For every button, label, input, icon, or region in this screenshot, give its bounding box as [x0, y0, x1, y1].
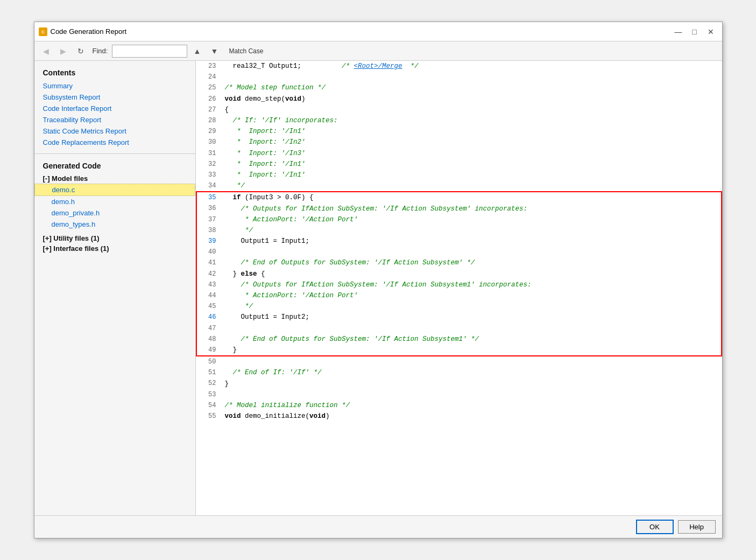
line-number-42: 42: [196, 269, 221, 279]
line-content-38: */: [221, 225, 722, 236]
code-line-32: 32 * Inport: '/In1': [196, 159, 722, 170]
forward-button[interactable]: ▶: [56, 44, 71, 58]
main-content: Contents Summary Subsystem Report Code I…: [34, 61, 722, 515]
code-line-52: 52}: [196, 378, 722, 389]
line-number-28: 28: [196, 115, 221, 126]
line-content-54: /* Model initialize function */: [221, 400, 722, 411]
static-code-metrics-link[interactable]: Static Code Metrics Report: [34, 125, 195, 137]
summary-link[interactable]: Summary: [34, 80, 195, 92]
line-content-41: /* End of Outputs for SubSystem: '/If Ac…: [221, 257, 722, 268]
demo-private-h-link[interactable]: demo_private.h: [34, 207, 195, 219]
help-button[interactable]: Help: [678, 520, 716, 534]
line-content-28: /* If: '/If' incorporates:: [221, 115, 722, 126]
code-line-48: 48 /* End of Outputs for SubSystem: '/If…: [196, 334, 722, 345]
ok-button[interactable]: OK: [636, 520, 674, 534]
code-line-42: 42 } else {: [196, 269, 722, 279]
window-controls: — □ ✕: [672, 26, 718, 38]
app-icon: C: [39, 27, 47, 36]
code-line-53: 53: [196, 389, 722, 400]
model-files-item[interactable]: [-] Model files: [34, 173, 195, 184]
code-line-34: 34 */: [196, 180, 722, 192]
code-line-43: 43 /* Outputs for IfAction SubSystem: '/…: [196, 279, 722, 290]
code-line-27: 27{: [196, 104, 722, 115]
line-number-23: 23: [196, 61, 221, 72]
line-content-26: void demo_step(void): [221, 94, 722, 104]
line-number-55: 55: [196, 411, 221, 422]
line-content-33: * Inport: '/In1': [221, 170, 722, 180]
code-line-55: 55void demo_initialize(void): [196, 411, 722, 422]
line-content-50: [221, 356, 722, 367]
model-files-label: [-] Model files: [43, 174, 88, 183]
line-number-43: 43: [196, 279, 221, 290]
line-content-36: /* Outputs for IfAction SubSystem: '/If …: [221, 203, 722, 214]
code-table: 23 real32_T Output1; /* <Root>/Merge */2…: [196, 61, 722, 422]
find-up-button[interactable]: ▲: [189, 44, 204, 58]
line-number-52: 52: [196, 378, 221, 389]
line-number-36: 36: [196, 203, 221, 214]
line-number-26: 26: [196, 94, 221, 104]
code-line-41: 41 /* End of Outputs for SubSystem: '/If…: [196, 257, 722, 268]
code-line-47: 47: [196, 323, 722, 334]
window-title: Code Generation Report: [51, 27, 672, 36]
code-line-39: 39 Output1 = Input1;: [196, 236, 722, 247]
line-number-46[interactable]: 46: [196, 312, 221, 323]
code-interface-report-link[interactable]: Code Interface Report: [34, 103, 195, 114]
demo-types-h-link[interactable]: demo_types.h: [34, 219, 195, 230]
sidebar: Contents Summary Subsystem Report Code I…: [34, 61, 196, 515]
line-content-53: [221, 389, 722, 400]
line-number-40: 40: [196, 247, 221, 257]
refresh-button[interactable]: ↻: [73, 44, 88, 58]
line-number-33: 33: [196, 170, 221, 180]
code-line-30: 30 * Inport: '/In2': [196, 137, 722, 148]
line-content-39: Output1 = Input1;: [221, 236, 722, 247]
line-number-49: 49: [196, 345, 221, 356]
traceability-report-link[interactable]: Traceability Report: [34, 114, 195, 125]
subsystem-report-link[interactable]: Subsystem Report: [34, 92, 195, 103]
line-content-47: [221, 323, 722, 334]
line-content-40: [221, 247, 722, 257]
line-number-51: 51: [196, 367, 221, 378]
line-content-52: }: [221, 378, 722, 389]
code-line-23: 23 real32_T Output1; /* <Root>/Merge */: [196, 61, 722, 72]
code-line-26: 26void demo_step(void): [196, 94, 722, 104]
line-number-38: 38: [196, 225, 221, 236]
minimize-button[interactable]: —: [672, 26, 686, 38]
code-line-33: 33 * Inport: '/In1': [196, 170, 722, 180]
svg-text:C: C: [41, 30, 45, 34]
find-down-button[interactable]: ▼: [207, 44, 222, 58]
line-number-48: 48: [196, 334, 221, 345]
maximize-button[interactable]: □: [688, 26, 702, 38]
utility-files-item[interactable]: [+] Utility files (1): [34, 233, 195, 243]
line-number-35[interactable]: 35: [196, 192, 221, 203]
line-content-32: * Inport: '/In1': [221, 159, 722, 170]
line-content-23: real32_T Output1; /* <Root>/Merge */: [221, 61, 722, 72]
interface-files-item[interactable]: [+] Interface files (1): [34, 243, 195, 254]
line-content-49: }: [221, 345, 722, 356]
line-content-37: * ActionPort: '/Action Port': [221, 214, 722, 225]
line-number-44: 44: [196, 290, 221, 301]
line-number-45: 45: [196, 301, 221, 312]
line-number-34: 34: [196, 180, 221, 192]
line-number-32: 32: [196, 159, 221, 170]
bottom-bar: OK Help: [34, 515, 722, 538]
line-number-29: 29: [196, 126, 221, 137]
code-line-49: 49 }: [196, 345, 722, 356]
code-panel: 23 real32_T Output1; /* <Root>/Merge */2…: [196, 61, 722, 515]
code-line-54: 54/* Model initialize function */: [196, 400, 722, 411]
code-scroll[interactable]: 23 real32_T Output1; /* <Root>/Merge */2…: [196, 61, 722, 515]
code-line-46: 46 Output1 = Input2;: [196, 312, 722, 323]
back-button[interactable]: ◀: [39, 44, 54, 58]
code-replacements-link[interactable]: Code Replacements Report: [34, 137, 195, 148]
find-input[interactable]: [112, 45, 187, 58]
demo-h-link[interactable]: demo.h: [34, 196, 195, 207]
line-number-39[interactable]: 39: [196, 236, 221, 247]
demo-c-link[interactable]: demo.c: [34, 184, 195, 196]
line-content-29: * Inport: '/In1': [221, 126, 722, 137]
code-line-51: 51 /* End of If: '/If' */: [196, 367, 722, 378]
line-content-46: Output1 = Input2;: [221, 312, 722, 323]
find-label: Find:: [93, 47, 108, 55]
code-line-36: 36 /* Outputs for IfAction SubSystem: '/…: [196, 203, 722, 214]
contents-title: Contents: [34, 66, 195, 80]
close-button[interactable]: ✕: [704, 26, 718, 38]
match-case-button[interactable]: Match Case: [224, 46, 268, 57]
